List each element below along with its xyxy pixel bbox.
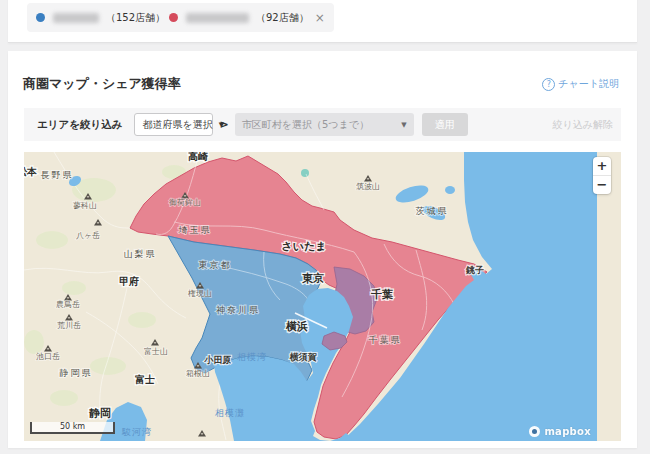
map-label: 権現山 xyxy=(188,289,212,298)
share-map-card: 商圏マップ・シェア獲得率 ? チャート説明 エリアを絞り込み 都道府県を選択 ▼… xyxy=(8,51,637,448)
chevron-separator: > xyxy=(219,118,228,131)
selected-stores-bar: （152店舗） × （92店舗） × xyxy=(8,0,637,43)
chart-help-link[interactable]: ? チャート説明 xyxy=(542,77,619,91)
map-label: 八ヶ岳 xyxy=(76,231,100,240)
prefecture-select[interactable]: 都道府県を選択 ▼ xyxy=(134,113,213,136)
city-select[interactable]: 市区町村を選択（5つまで） ▼ xyxy=(235,113,414,136)
map-label: 蓼科山 xyxy=(73,201,97,210)
map-label: 山梨県 xyxy=(124,249,157,259)
caret-down-icon: ▼ xyxy=(395,121,406,129)
map-label: 池口岳 xyxy=(36,352,60,361)
zoom-in-button[interactable]: + xyxy=(593,157,611,176)
map-label: 千葉県 xyxy=(369,335,402,345)
map-label: 荒川岳 xyxy=(57,321,81,330)
chart-help-label: チャート説明 xyxy=(558,77,619,91)
clear-filter-link[interactable]: 絞り込み解除 xyxy=(553,118,613,132)
map-label: 埼玉県 xyxy=(178,225,212,235)
apply-button[interactable]: 適用 xyxy=(422,113,468,136)
map-label: 箱根山 xyxy=(186,369,210,378)
map-label: 富士山 xyxy=(144,347,168,356)
store-chip-red[interactable]: （92店舗） × xyxy=(160,3,334,32)
area-filter-bar: エリアを絞り込み 都道府県を選択 ▼ > 市区町村を選択（5つまで） ▼ 適用 … xyxy=(24,108,621,141)
map-zoom-control: + − xyxy=(593,157,611,194)
mapbox-icon xyxy=(529,426,540,437)
mapbox-logo[interactable]: mapbox xyxy=(529,426,591,437)
map-label: 高崎 xyxy=(188,152,208,162)
store-name-redacted xyxy=(53,13,99,23)
page-title: 商圏マップ・シェア獲得率 xyxy=(23,75,181,93)
map-label: 静岡 xyxy=(89,407,111,420)
park-patch xyxy=(301,169,309,177)
map-label: 御荷鉾山 xyxy=(169,198,201,207)
map-label: 茨城県 xyxy=(416,206,449,216)
store-name-redacted xyxy=(186,13,249,23)
series-red-dot xyxy=(169,13,178,22)
map-label: 駿河湾 xyxy=(121,427,152,437)
map-label: 筑波山 xyxy=(356,182,380,191)
map-label: 松本 xyxy=(24,166,37,177)
map-scale-bar: 50 km xyxy=(30,422,115,434)
series-blue-dot xyxy=(36,13,45,22)
close-icon[interactable]: × xyxy=(315,12,325,24)
area-filter-label: エリアを絞り込み xyxy=(37,118,122,132)
map-label: 横須賀 xyxy=(289,352,318,362)
map-label: 相模湾 xyxy=(237,352,267,362)
map-label: 相模灘 xyxy=(215,408,245,418)
store-count-label: （152店舗） xyxy=(106,11,165,25)
question-icon: ? xyxy=(542,78,555,91)
trade-area-map[interactable]: 松本長野県高崎蓼科山八ヶ岳御荷鉾山山梨県甲府権現山農鳥岳荒川岳池口岳静岡県富士山… xyxy=(24,152,621,441)
zoom-out-button[interactable]: − xyxy=(593,176,611,194)
map-label: 銚子 xyxy=(465,265,484,275)
map-label: 東京 xyxy=(301,272,324,285)
map-label: さいたま xyxy=(281,240,326,253)
map-label: 東京都 xyxy=(199,260,232,270)
map-label: 横浜 xyxy=(285,320,308,333)
map-label: 長野県 xyxy=(41,170,74,180)
city-select-value: 市区町村を選択（5つまで） xyxy=(242,118,369,132)
map-label: 富士 xyxy=(135,374,155,385)
map-label: 農鳥岳 xyxy=(56,300,80,309)
store-count-label: （92店舗） xyxy=(256,11,309,25)
map-label: 千葉 xyxy=(370,288,393,301)
prefecture-select-value: 都道府県を選択 xyxy=(142,118,212,132)
map-label: 静岡県 xyxy=(59,368,93,378)
map-label: 甲府 xyxy=(119,276,139,287)
page: （152店舗） × （92店舗） × 商圏マップ・シェア獲得率 ? チャート説明… xyxy=(0,0,650,454)
map-label: 小田原 xyxy=(204,355,232,365)
map-label: 神奈川県 xyxy=(216,305,260,315)
